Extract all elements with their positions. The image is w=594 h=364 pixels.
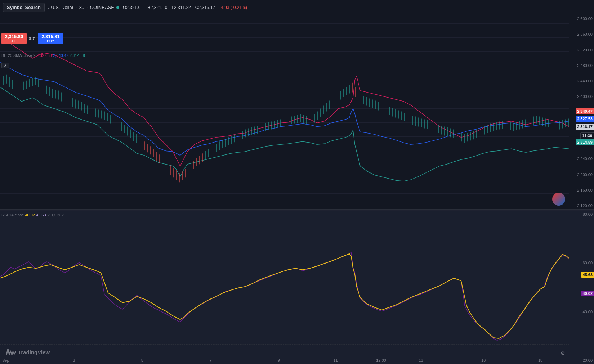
- bb-val1: 2,327.53: [36, 53, 52, 58]
- rsi-y-label: 60.00: [570, 261, 593, 265]
- rsi-y-label: 20.00: [570, 358, 593, 363]
- pair-label: / U.S. Dollar: [48, 5, 73, 10]
- y-label: 2,320.00: [570, 126, 593, 130]
- ohlc-info: O2,321.01 H2,321.10 L2,311.22 C2,316.17 …: [123, 5, 247, 10]
- change-value: -4.93 (-0.21%): [219, 5, 247, 10]
- close-label: C2,316.17: [195, 5, 215, 10]
- y-label: 2,560.00: [570, 32, 593, 36]
- y-label: 2,400.00: [570, 94, 593, 99]
- bb-label-text: BB 20 SMA close 2: [1, 53, 35, 58]
- x-label-sep: Sep: [2, 358, 9, 363]
- rsi-label-text: RSI 14 close: [1, 213, 24, 217]
- y-label: 2,360.00: [570, 110, 593, 114]
- open-label: O2,321.01: [123, 5, 143, 10]
- x-label-13: 13: [419, 358, 423, 363]
- y-label: 2,520.00: [570, 48, 593, 52]
- y-label: 2,120.00: [570, 203, 593, 208]
- tradingview-text: TradingView: [18, 349, 50, 355]
- tv-logo-icon: [6, 348, 16, 356]
- price-tag-time: 11:30: [580, 132, 594, 139]
- bb-indicator-label: BB 20 SMA close 2 2,327.53 2,340.47 2,31…: [1, 53, 85, 58]
- header: Symbol Search / U.S. Dollar · 30 · COINB…: [0, 0, 594, 15]
- rsi-indicator-label: RSI 14 close 40.02 45.63 ∅ ∅ ∅ ∅: [1, 213, 65, 217]
- rsi-tag-yellow: 45.63: [581, 272, 594, 278]
- y-label: 2,480.00: [570, 63, 593, 68]
- timeframe-label: ·: [76, 5, 77, 10]
- open-value: 2,321.01: [126, 5, 143, 10]
- sell-buy-container: 2,315.80 SELL 0.01 2,315.81 BUY: [1, 33, 63, 44]
- x-label-18: 18: [538, 358, 542, 363]
- collapse-button[interactable]: ∧: [1, 63, 9, 68]
- buy-box[interactable]: 2,315.81 BUY: [38, 33, 63, 44]
- sell-box[interactable]: 2,315.80 SELL: [1, 33, 27, 44]
- x-label-7: 7: [209, 358, 211, 363]
- y-label: 2,240.00: [570, 157, 593, 161]
- x-label-1200: 12:00: [376, 358, 386, 363]
- timeframe-value: 30: [79, 5, 84, 10]
- rsi-y-axis: 80.00 60.00 40.00 20.00: [569, 211, 594, 364]
- y-label: 2,280.00: [570, 141, 593, 145]
- exchange-label: COINBASE: [90, 5, 114, 10]
- y-label: 2,200.00: [570, 172, 593, 177]
- x-label-11: 11: [333, 358, 338, 363]
- price-tag-bb-lower: 2,314.59: [576, 139, 594, 145]
- watermark-icon: [552, 193, 565, 206]
- low-label: L2,311.22: [171, 5, 191, 10]
- y-label: 2,600.00: [570, 17, 593, 21]
- tradingview-logo: TradingView: [6, 348, 50, 356]
- live-dot: [116, 6, 119, 9]
- settings-icon[interactable]: ⚙: [560, 350, 565, 356]
- rsi-val2: 45.63: [36, 213, 46, 217]
- header-symbol-info: / U.S. Dollar · 30 · COINBASE: [48, 5, 119, 10]
- close-value: 2,316.17: [198, 5, 215, 10]
- x-label-3: 3: [73, 358, 75, 363]
- sell-label: SELL: [4, 39, 24, 43]
- high-label: H2,321.10: [147, 5, 167, 10]
- rsi-chart-svg: [0, 211, 569, 364]
- rsi-tag-purple: 40.02: [581, 291, 594, 296]
- bb-val3: 2,314.59: [70, 53, 85, 58]
- price-chart-svg: [0, 15, 569, 209]
- bb-val2: 2,340.47: [53, 53, 68, 58]
- rsi-val1: 40.02: [25, 213, 35, 217]
- chart-container: 2,315.80 SELL 0.01 2,315.81 BUY BB 20 SM…: [0, 15, 594, 364]
- y-label: 2,160.00: [570, 188, 593, 192]
- rsi-chart[interactable]: RSI 14 close 40.02 45.63 ∅ ∅ ∅ ∅ 80.00 6…: [0, 211, 594, 364]
- low-value: 2,311.22: [174, 5, 191, 10]
- rsi-y-label: 40.00: [570, 310, 593, 314]
- high-value: 2,321.10: [151, 5, 168, 10]
- price-tag-sma: 2,327.53: [576, 116, 594, 122]
- price-chart[interactable]: 2,315.80 SELL 0.01 2,315.81 BUY BB 20 SM…: [0, 15, 594, 210]
- separator: ·: [86, 5, 88, 10]
- x-label-5: 5: [141, 358, 143, 363]
- rsi-icons: ∅ ∅ ∅ ∅: [47, 213, 65, 217]
- price-tags-right: 2,340.47 2,327.53 2,316.17 11:30 2,314.5…: [569, 15, 594, 209]
- price-tag-current: 2,316.17: [576, 124, 594, 130]
- x-label-16: 16: [481, 358, 486, 363]
- spread-value: 0.01: [28, 33, 36, 44]
- price-tag-bb-upper: 2,340.47: [576, 108, 594, 114]
- price-y-axis: 2,600.00 2,560.00 2,520.00 2,480.00 2,44…: [569, 15, 594, 209]
- buy-price: 2,315.81: [41, 34, 60, 39]
- x-axis: Sep 3 5 7 9 11 12:00 13 16 18: [0, 357, 569, 364]
- buy-label: BUY: [41, 39, 60, 43]
- y-label: 2,440.00: [570, 79, 593, 83]
- rsi-y-label: 80.00: [570, 212, 593, 216]
- symbol-search-button[interactable]: Symbol Search: [3, 3, 45, 12]
- sell-price: 2,315.80: [4, 34, 24, 39]
- x-label-9: 9: [278, 358, 280, 363]
